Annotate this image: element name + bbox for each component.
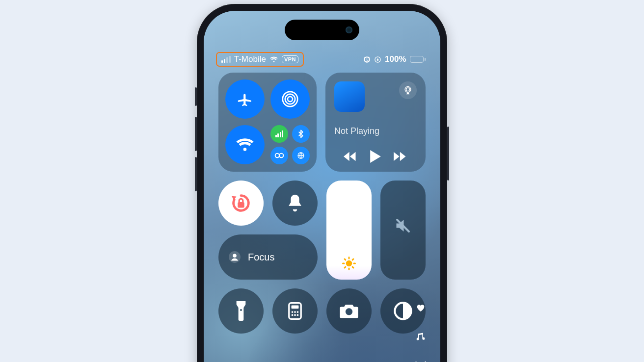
rewind-button[interactable] [344,152,357,161]
media-panel[interactable]: Not Playing [325,73,426,172]
svg-point-16 [292,311,294,313]
svg-rect-10 [238,202,244,208]
control-center: Not Playing [218,73,426,362]
physical-mute-switch [195,87,197,106]
airplane-mode-toggle[interactable] [225,79,265,119]
svg-point-22 [346,308,352,315]
connectivity-mini-cluster [270,125,310,164]
carrier-label: T-Mobile [234,54,266,64]
dynamic-island [285,20,359,40]
media-title: Not Playing [334,126,417,136]
front-camera-dot [346,26,352,33]
physical-power-button [447,127,449,181]
svg-point-21 [297,314,299,316]
connectivity-panel[interactable] [218,73,317,172]
focus-label: Focus [248,252,274,263]
cellular-signal-icon [221,56,231,63]
focus-button[interactable]: Focus [218,234,318,280]
wifi-toggle[interactable] [225,125,265,164]
airplay-button[interactable] [399,81,417,99]
battery-icon [410,56,426,63]
favorites-page-icon[interactable] [416,303,426,312]
svg-point-5 [275,154,279,157]
vpn-badge: VPN [282,55,298,63]
svg-point-13 [346,260,352,267]
camera-button[interactable] [326,288,372,334]
forward-button[interactable] [394,152,407,161]
brightness-icon [342,256,356,271]
rotation-lock-status-icon [374,56,381,63]
svg-point-9 [406,88,410,91]
silent-mode-toggle[interactable] [272,181,318,226]
media-artwork [334,81,365,112]
control-center-page-indicators[interactable] [415,303,426,362]
play-button[interactable] [370,150,381,163]
svg-point-6 [279,154,283,157]
volume-muted-icon [394,217,412,234]
svg-point-18 [297,311,299,313]
svg-point-20 [294,314,296,316]
svg-point-2 [288,97,293,102]
physical-volume-down [195,157,197,191]
physical-volume-up [195,117,197,151]
bluetooth-toggle[interactable] [292,125,310,143]
svg-rect-1 [377,59,378,60]
status-bar: T-Mobile VPN 100% [218,52,426,67]
personal-hotspot-toggle[interactable] [270,147,288,164]
phone-screen: ＋ T-Mobile VPN [204,11,440,362]
svg-rect-15 [292,305,299,309]
brightness-slider[interactable] [326,181,372,280]
alarm-icon [363,56,371,63]
phone-frame: ＋ T-Mobile VPN [197,4,447,362]
rotation-lock-toggle[interactable] [218,181,264,226]
volume-slider[interactable] [380,181,426,280]
svg-point-17 [294,311,296,313]
status-bar-left: T-Mobile VPN [218,53,301,65]
focus-person-icon [228,251,241,263]
airdrop-toggle[interactable] [270,79,310,119]
svg-point-19 [292,314,294,316]
status-bar-right: 100% [363,54,426,64]
calculator-button[interactable] [272,288,318,334]
svg-point-12 [233,254,237,258]
cellular-data-toggle[interactable] [270,125,288,143]
svg-point-3 [285,94,295,104]
media-controls [334,150,417,163]
satellite-toggle[interactable] [292,147,310,164]
battery-percent-label: 100% [385,54,406,64]
flashlight-button[interactable] [218,288,264,334]
music-page-icon[interactable] [416,332,426,341]
wifi-status-icon [269,56,278,63]
